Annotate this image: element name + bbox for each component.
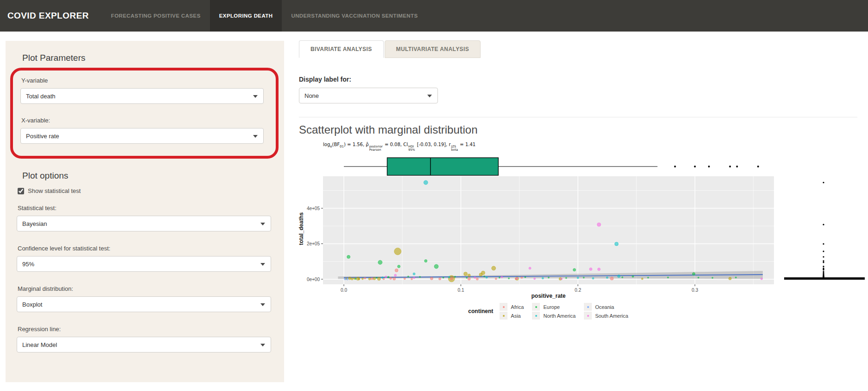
x-variable-select[interactable]: Positive rate xyxy=(20,128,264,144)
covid-explorer-app: COVID EXPLORER FORECASTING POSITIVE CASE… xyxy=(0,0,868,391)
display-label-value: None xyxy=(304,92,319,99)
nav-tab-understanding-vaccination-sentiments[interactable]: UNDERSTANDING VACCINATION SENTIMENTS xyxy=(282,0,427,32)
legend-item-africa: Africa xyxy=(500,302,524,311)
tab-multivariate-analysis[interactable]: MULTIVARIATE ANALYSIS xyxy=(385,40,481,58)
regression-line-value: Linear Model xyxy=(22,341,57,348)
svg-text:total_deaths: total_deaths xyxy=(298,212,304,245)
top-navbar: COVID EXPLORER FORECASTING POSITIVE CASE… xyxy=(0,0,868,32)
plot-options-title: Plot options xyxy=(22,171,271,181)
display-label-select[interactable]: None xyxy=(299,88,438,103)
plot-parameters-sidebar: Plot Parameters Y-variable Total death X… xyxy=(6,41,284,382)
navbar-tabs: FORECASTING POSITIVE CASES EXPLORING DEA… xyxy=(102,0,427,32)
confidence-level-label: Confidence level for statistical test: xyxy=(18,245,271,252)
content-divider xyxy=(299,117,857,117)
chevron-down-icon xyxy=(260,223,265,225)
legend-item-south-america: South America xyxy=(584,311,628,320)
marginal-distribution-select[interactable]: Boxplot xyxy=(17,296,271,312)
show-statistical-test-label[interactable]: Show statistical test xyxy=(28,187,81,194)
tab-bivariate-analysis[interactable]: BIVARIATE ANALYSIS xyxy=(299,40,384,58)
legend-title: continent xyxy=(468,308,493,314)
legend-key-icon xyxy=(532,312,540,320)
regression-line-select[interactable]: Linear Model xyxy=(17,337,271,353)
legend-key-icon xyxy=(584,312,592,320)
scatterplot-title: Scatterplot with marginal distribution xyxy=(299,123,478,136)
app-brand: COVID EXPLORER xyxy=(0,0,96,32)
plot-parameters-title: Plot Parameters xyxy=(22,53,271,63)
legend-item-asia: Asia xyxy=(500,311,524,320)
legend-item-north-america: North America xyxy=(532,311,576,320)
legend-label: Oceania xyxy=(595,304,614,310)
chevron-down-icon xyxy=(260,344,265,346)
confidence-level-value: 95% xyxy=(22,261,34,268)
scatterplot-with-marginals: 0.00.10.20.30e+002e+054e+05positive_rate… xyxy=(297,153,868,302)
legend-key-icon xyxy=(500,303,507,311)
bayes-stats-subtitle: loge(BF01) = 1.56, ρ̂posteriorPearson = … xyxy=(323,142,475,152)
y-variable-value: Total death xyxy=(26,93,56,100)
svg-text:0.3: 0.3 xyxy=(692,288,698,293)
svg-text:0.0: 0.0 xyxy=(341,288,347,293)
chevron-down-icon xyxy=(427,95,432,97)
marginal-distribution-label: Marginal distribution: xyxy=(18,285,271,292)
nav-tab-forecasting-positive-cases[interactable]: FORECASTING POSITIVE CASES xyxy=(102,0,210,32)
legend-key-icon xyxy=(584,303,592,311)
legend-item-europe: Europe xyxy=(532,302,576,311)
legend-label: Asia xyxy=(511,313,520,319)
statistical-test-value: Bayesian xyxy=(22,220,47,227)
svg-text:0e+00: 0e+00 xyxy=(307,277,320,282)
svg-text:2e+05: 2e+05 xyxy=(307,241,320,246)
marginal-distribution-value: Boxplot xyxy=(22,301,42,308)
legend-label: North America xyxy=(543,313,576,319)
chevron-down-icon xyxy=(253,135,258,138)
confidence-level-select[interactable]: 95% xyxy=(17,256,271,272)
regression-line-label: Regression line: xyxy=(18,326,271,333)
continent-legend: continent AfricaAsiaEuropeNorth AmericaO… xyxy=(297,302,800,320)
chevron-down-icon xyxy=(260,303,265,306)
svg-text:0.2: 0.2 xyxy=(575,288,581,293)
legend-label: Europe xyxy=(543,304,559,310)
display-label-for-label: Display label for: xyxy=(299,76,351,83)
show-statistical-test-checkbox[interactable] xyxy=(18,188,24,194)
y-variable-select[interactable]: Total death xyxy=(20,88,264,104)
nav-tab-exploring-death[interactable]: EXPLORING DEATH xyxy=(210,0,282,32)
legend-key-icon xyxy=(500,312,507,320)
legend-label: Africa xyxy=(511,304,524,310)
legend-items: AfricaAsiaEuropeNorth AmericaOceaniaSout… xyxy=(500,302,628,320)
analysis-tabbar: BIVARIATE ANALYSIS MULTIVARIATE ANALYSIS xyxy=(299,40,482,58)
legend-key-icon xyxy=(532,303,540,311)
chevron-down-icon xyxy=(253,95,258,98)
legend-label: South America xyxy=(595,313,628,319)
chevron-down-icon xyxy=(260,263,265,266)
statistical-test-select[interactable]: Bayesian xyxy=(17,216,271,231)
x-variable-label: X-variable: xyxy=(21,117,264,124)
statistical-test-label: Statistical test: xyxy=(18,205,271,212)
svg-text:4e+05: 4e+05 xyxy=(307,206,320,211)
legend-item-oceania: Oceania xyxy=(584,302,628,311)
svg-text:positive_rate: positive_rate xyxy=(531,293,565,299)
x-variable-value: Positive rate xyxy=(26,133,59,140)
svg-text:0.1: 0.1 xyxy=(458,288,464,293)
red-annotation-box: Y-variable Total death X-variable: Posit… xyxy=(10,68,279,159)
y-variable-label: Y-variable xyxy=(21,77,264,84)
